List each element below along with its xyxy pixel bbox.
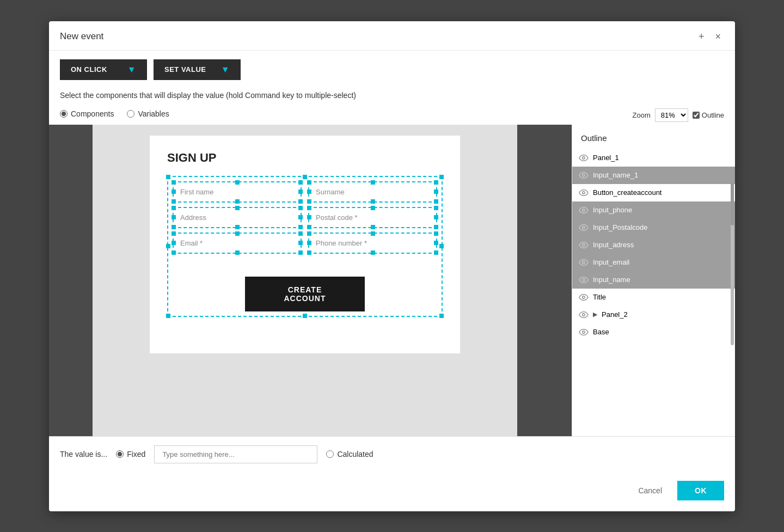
outline-item-inputname[interactable]: Input_name [572, 271, 735, 289]
toolbar: ON CLICK ▼ SET VALUE ▼ [49, 51, 735, 89]
bottom-bar: The value is... Fixed Calculated [49, 436, 735, 472]
action-chevron-icon: ▼ [221, 65, 230, 75]
right-strip [517, 125, 572, 436]
eye-icon-inputphone [579, 205, 589, 215]
svg-point-4 [583, 226, 585, 229]
components-label: Components [71, 109, 114, 118]
dialog-header: New event + × [49, 21, 735, 51]
fixed-label: Fixed [127, 450, 145, 458]
surname-field[interactable]: Surname [308, 181, 437, 203]
trigger-dropdown[interactable]: ON CLICK ▼ [60, 59, 147, 80]
trigger-chevron-icon: ▼ [127, 65, 136, 75]
handle-bl [166, 314, 170, 318]
eye-icon-panel1 [579, 153, 589, 163]
outline-label-inputpostal: Input_Postalcode [593, 223, 728, 231]
outline-item-inputaddress[interactable]: Input_adress [572, 236, 735, 254]
scrollbar-thumb[interactable] [731, 182, 734, 225]
variables-radio[interactable] [127, 110, 134, 118]
phone-field[interactable]: Phone number * [308, 233, 437, 254]
action-label: SET VALUE [164, 65, 206, 74]
outline-check-area: Outline [693, 111, 724, 119]
close-button[interactable]: × [712, 30, 724, 44]
eye-icon-btncreate [579, 188, 589, 198]
dialog-title: New event [60, 31, 103, 42]
svg-point-9 [583, 313, 585, 316]
svg-point-10 [583, 331, 585, 333]
outline-item-btncreate[interactable]: Button_createaccount [572, 184, 735, 201]
main-area: SIGN UP [49, 125, 735, 436]
outline-checkbox[interactable] [693, 112, 700, 119]
form-selection-area[interactable]: First name Surname [167, 176, 443, 317]
form-row-1: First name Surname [173, 181, 437, 203]
create-account-button[interactable]: CREATE ACCOUNT [245, 277, 365, 311]
outline-panel-title: Outline [572, 125, 735, 149]
handle-tl [166, 175, 170, 179]
eye-icon-inputaddress [579, 240, 589, 250]
outline-item-inputname1[interactable]: Input_name_1 [572, 167, 735, 184]
outline-items-container: Panel_1 Input_name_1 Button_cr [572, 149, 735, 436]
outline-label-inputaddress: Input_adress [593, 241, 728, 249]
outline-label-title: Title [593, 293, 728, 301]
instruction: Select the components that will display … [49, 89, 735, 106]
form-row-3: Email * Phone numb [173, 233, 437, 254]
value-text-input[interactable] [154, 445, 317, 463]
components-radio-label[interactable]: Components [60, 109, 114, 118]
svg-point-7 [583, 278, 585, 281]
scrollbar-track [731, 182, 734, 345]
email-field[interactable]: Email * [173, 233, 302, 254]
outline-item-inputphone[interactable]: Input_phone [572, 201, 735, 219]
dialog: New event + × ON CLICK ▼ SET VALUE ▼ Sel… [49, 21, 735, 511]
trigger-label: ON CLICK [71, 65, 107, 74]
first-name-field[interactable]: First name [173, 181, 302, 203]
outline-label-panel2: Panel_2 [602, 310, 728, 319]
outline-label-inputname: Input_name [593, 276, 728, 284]
outline-panel: Outline Panel_1 Input_name_1 [572, 125, 735, 436]
eye-icon-inputname1 [579, 170, 589, 180]
plus-button[interactable]: + [695, 30, 708, 44]
value-is-label: The value is... [60, 450, 107, 458]
svg-point-3 [583, 209, 585, 211]
eye-icon-title [579, 292, 589, 302]
calculated-label: Calculated [337, 450, 373, 458]
outline-item-panel2[interactable]: ▶ Panel_2 [572, 306, 735, 323]
address-field[interactable]: Address [173, 207, 302, 228]
svg-point-6 [583, 261, 585, 264]
variables-label: Variables [138, 109, 169, 118]
svg-point-8 [583, 296, 585, 298]
calculated-radio-label[interactable]: Calculated [326, 450, 373, 458]
outline-label-inputname1: Input_name_1 [593, 171, 728, 179]
cancel-button[interactable]: Cancel [629, 482, 671, 499]
components-radio[interactable] [60, 110, 68, 118]
svg-point-5 [583, 243, 585, 246]
eye-icon-panel2 [579, 310, 589, 320]
footer-actions: Cancel OK [49, 472, 735, 511]
zoom-outline-area: Zoom 81% Outline [633, 108, 735, 122]
postal-code-field[interactable]: Postal code * [308, 207, 437, 228]
outline-item-panel1[interactable]: Panel_1 [572, 149, 735, 167]
calculated-radio[interactable] [326, 450, 334, 458]
outline-item-inputemail[interactable]: Input_email [572, 254, 735, 271]
outline-label-inputphone: Input_phone [593, 206, 728, 214]
outline-label-btncreate: Button_createaccount [593, 188, 728, 197]
form-preview: SIGN UP [150, 136, 460, 353]
variables-radio-label[interactable]: Variables [127, 109, 169, 118]
ok-button[interactable]: OK [677, 481, 724, 500]
svg-point-1 [583, 174, 585, 176]
arrow-icon-panel2[interactable]: ▶ [593, 311, 597, 318]
handle-br [439, 314, 444, 318]
outline-item-inputpostal[interactable]: Input_Postalcode [572, 219, 735, 236]
outline-item-base[interactable]: Base [572, 323, 735, 341]
eye-icon-inputname [579, 275, 589, 285]
action-dropdown[interactable]: SET VALUE ▼ [154, 59, 241, 80]
form-preview-title: SIGN UP [167, 151, 443, 165]
fixed-radio[interactable] [116, 450, 124, 458]
outline-label-base: Base [593, 328, 728, 336]
zoom-select[interactable]: 81% [655, 108, 688, 122]
canvas-center: SIGN UP [93, 125, 517, 436]
canvas-area: SIGN UP [49, 125, 572, 436]
outline-item-title[interactable]: Title [572, 289, 735, 306]
fixed-radio-label[interactable]: Fixed [116, 450, 145, 458]
handle-tm [303, 175, 307, 179]
eye-icon-inputpostal [579, 223, 589, 233]
create-account-container: CREATE ACCOUNT [173, 266, 437, 311]
